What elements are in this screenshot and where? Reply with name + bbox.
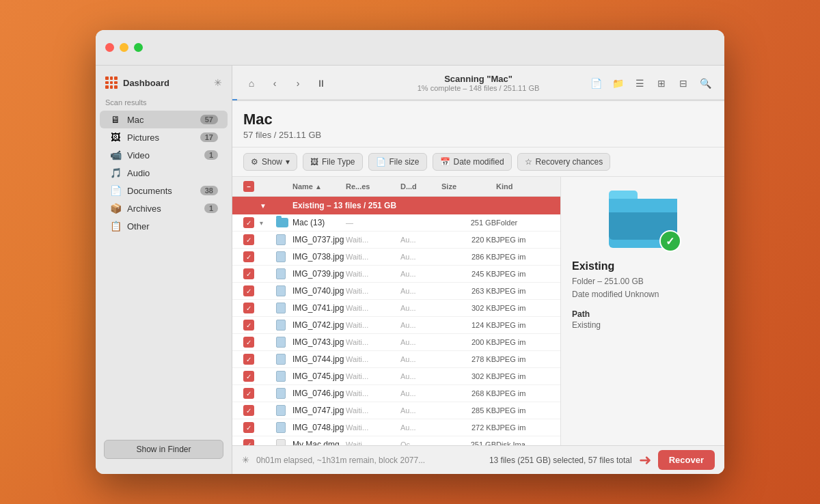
table-row[interactable]: ✓ IMG_0748.jpg Waiti... Au... 272 KB JPE… [232, 419, 560, 436]
row-name: IMG_0743.jpg [292, 337, 346, 347]
table-row[interactable]: ✓ IMG_0737.jpg Waiti... Au... 220 KB JPE… [232, 232, 560, 249]
file-icon [276, 285, 286, 296]
row-restores: Waiti... [346, 253, 400, 261]
grid-view-button[interactable]: ⊞ [652, 74, 671, 93]
sidebar-item-mac[interactable]: 🖥 Mac 57 [100, 111, 228, 128]
progress-bar-fill [232, 99, 237, 100]
row-checkbox[interactable]: ✓ [243, 217, 254, 228]
group-row-existing[interactable]: ▼ Existing – 13 files / 251 GB [232, 197, 560, 214]
sidebar-item-mac-label: Mac [127, 115, 195, 125]
sidebar-item-archives-label: Archives [127, 204, 199, 214]
row-name: IMG_0741.jpg [292, 303, 346, 313]
file-type-filter-button[interactable]: 🖼 File Type [303, 153, 362, 171]
table-row[interactable]: ✓ ▾ Mac (13) — 251 GB Folder [232, 214, 560, 232]
split-view-button[interactable]: ⊟ [674, 74, 693, 93]
sidebar-item-documents[interactable]: 📄 Documents 38 [100, 182, 228, 199]
detail-folder-icon: ✓ [609, 191, 677, 252]
th-select-all[interactable]: – [243, 181, 260, 192]
minimize-button[interactable] [120, 43, 128, 52]
row-restores: Waiti... [346, 304, 400, 312]
row-checkbox[interactable]: ✓ [243, 303, 254, 313]
show-filter-button[interactable]: ⚙ Show ▾ [243, 153, 297, 171]
th-restores[interactable]: Re...es [346, 181, 400, 192]
date-modified-filter-button[interactable]: 📅 Date modified [433, 153, 512, 171]
table-row[interactable]: ✓ IMG_0745.jpg Waiti... Au... 302 KB JPE… [232, 368, 560, 385]
forward-button[interactable]: › [288, 74, 308, 93]
table-row[interactable]: ✓ IMG_0747.jpg Waiti... Au... 285 KB JPE… [232, 402, 560, 419]
detail-title: Existing [572, 260, 713, 272]
row-checkbox[interactable]: ✓ [243, 268, 254, 279]
row-checkbox[interactable]: ✓ [243, 320, 254, 331]
file-icon [276, 337, 286, 348]
row-size: 272 KB [441, 423, 496, 432]
table-row[interactable]: ✓ IMG_0742.jpg Waiti... Au... 124 KB JPE… [232, 317, 560, 334]
row-size: 268 KB [441, 389, 496, 397]
row-restores: Waiti... [346, 355, 400, 363]
table-row[interactable]: ✓ IMG_0743.jpg Waiti... Au... 200 KB JPE… [232, 334, 560, 351]
row-checkbox[interactable]: ✓ [243, 251, 254, 262]
show-in-finder-button[interactable]: Show in Finder [104, 440, 223, 459]
table-row[interactable]: ✓ IMG_0739.jpg Waiti... Au... 245 KB JPE… [232, 266, 560, 283]
progress-bar-container [232, 99, 724, 100]
row-folder-icon [276, 218, 292, 227]
table-row[interactable]: ✓ IMG_0744.jpg Waiti... Au... 278 KB JPE… [232, 351, 560, 368]
row-checkbox[interactable]: ✓ [243, 371, 254, 382]
table-row[interactable]: ✓ IMG_0738.jpg Waiti... Au... 286 KB JPE… [232, 249, 560, 266]
folder-view-button[interactable]: 📁 [608, 74, 627, 93]
check-badge: ✓ [659, 230, 681, 252]
row-size: 302 KB [441, 372, 496, 380]
fullscreen-button[interactable] [134, 43, 143, 52]
back-button[interactable]: ‹ [265, 74, 284, 93]
video-icon: 📹 [109, 150, 122, 160]
table-row[interactable]: ✓ My Mac.dmg Waiti... Oc... 251 GB Disk … [232, 436, 560, 445]
group-chevron[interactable]: ▼ [260, 202, 276, 210]
row-checkbox[interactable]: ✓ [243, 405, 254, 416]
row-expand[interactable]: ▾ [260, 219, 276, 227]
file-icon [276, 422, 286, 433]
row-checkbox[interactable]: ✓ [243, 354, 254, 365]
table-row[interactable]: ✓ IMG_0741.jpg Waiti... Au... 302 KB JPE… [232, 300, 560, 317]
audio-icon: 🎵 [109, 167, 122, 178]
table-row[interactable]: ✓ IMG_0740.jpg Waiti... Au... 263 KB JPE… [232, 283, 560, 300]
file-size-filter-button[interactable]: 📄 File size [368, 153, 427, 171]
pause-button[interactable]: ⏸ [312, 74, 331, 93]
traffic-lights [105, 43, 143, 52]
new-file-button[interactable]: 📄 [586, 74, 605, 93]
row-checkbox[interactable]: ✓ [243, 337, 254, 348]
row-name: IMG_0737.jpg [292, 235, 346, 244]
sidebar-item-audio[interactable]: 🎵 Audio [100, 164, 228, 182]
row-dated: Au... [400, 236, 441, 244]
sidebar-item-video[interactable]: 📹 Video 1 [100, 146, 228, 164]
status-selected: 13 files (251 GB) selected, 57 files tot… [489, 456, 632, 465]
row-checkbox[interactable]: ✓ [243, 388, 254, 399]
sidebar-item-other[interactable]: 📋 Other [100, 217, 228, 235]
close-button[interactable] [105, 43, 114, 52]
status-elapsed: 0h01m elapsed, ~1h31m remain, block 2077… [256, 456, 482, 465]
search-button[interactable]: 🔍 [696, 74, 715, 93]
row-checkbox[interactable]: ✓ [243, 285, 254, 296]
row-restores: Waiti... [346, 406, 400, 415]
sidebar-item-archives-count: 1 [204, 204, 218, 213]
th-kind[interactable]: Kind [496, 181, 549, 192]
row-checkbox[interactable]: ✓ [243, 439, 254, 445]
sidebar-item-archives[interactable]: 📦 Archives 1 [100, 199, 228, 217]
recovery-chances-filter-button[interactable]: ☆ Recovery chances [517, 153, 611, 171]
row-name: IMG_0738.jpg [292, 252, 346, 262]
sidebar: Dashboard ✳ Scan results 🖥 Mac 57 🖼 Pict… [96, 66, 232, 474]
table-row[interactable]: ✓ IMG_0746.jpg Waiti... Au... 268 KB JPE… [232, 385, 560, 402]
th-dated[interactable]: D...d [400, 181, 441, 192]
th-size[interactable]: Size [441, 181, 496, 192]
row-size: 302 KB [441, 304, 496, 312]
recover-button[interactable]: Recover [658, 450, 715, 470]
row-restores: Waiti... [346, 338, 400, 346]
list-view-button[interactable]: ☰ [630, 74, 649, 93]
row-checkbox[interactable]: ✓ [243, 422, 254, 433]
sidebar-item-pictures[interactable]: 🖼 Pictures 17 [100, 128, 228, 146]
row-size: 278 KB [441, 355, 496, 363]
row-checkbox[interactable]: ✓ [243, 234, 254, 245]
dashboard-button[interactable]: Dashboard [105, 76, 169, 89]
home-button[interactable]: ⌂ [242, 74, 261, 93]
row-restores: Waiti... [346, 389, 400, 397]
th-name[interactable]: Name ▲ [292, 181, 346, 192]
mac-icon: 🖥 [109, 114, 122, 125]
